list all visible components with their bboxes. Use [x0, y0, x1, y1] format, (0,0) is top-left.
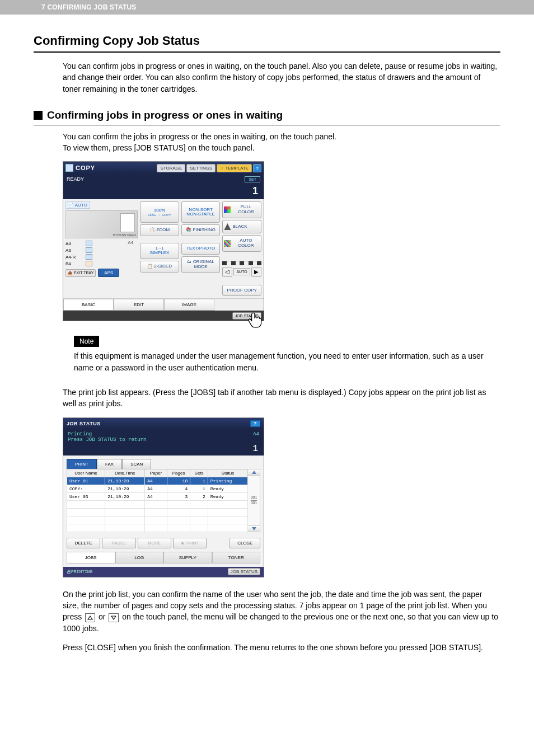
page-icon	[65, 164, 73, 172]
tab-toner[interactable]: TONER	[212, 552, 261, 564]
tray-a3[interactable]: A3	[65, 247, 127, 253]
table-row	[67, 524, 248, 532]
job-panel-footer: 🖨 PRINTING JOB STATUS	[63, 567, 264, 577]
set-label: SET	[245, 176, 260, 182]
density-down-button[interactable]: ◁	[222, 267, 232, 277]
black-button[interactable]: BLACK	[222, 220, 261, 233]
job-table: User Name Date,Time Paper Pages Sets Sta…	[67, 469, 248, 532]
down-key-icon	[109, 613, 119, 622]
tray-a4[interactable]: A4	[65, 240, 127, 247]
auto-color-icon	[224, 240, 230, 247]
ready-label: READY	[67, 176, 84, 182]
tab-supply[interactable]: SUPPLY	[163, 552, 212, 564]
density-slider	[222, 261, 261, 265]
two-sided-button[interactable]: 📋 2-SIDED	[140, 261, 179, 273]
copy-panel-figure: COPY STORAGE SETTINGS ☆ TEMPLATE ? READY…	[63, 161, 500, 321]
sort-indicator[interactable]: NON-SORT NON-STAPLE	[181, 201, 221, 223]
zoom-button[interactable]: 📋 ZOOM	[140, 224, 179, 236]
density-auto-button[interactable]: AUTO	[233, 268, 250, 275]
tray-b4[interactable]: B4	[65, 260, 127, 267]
job-status-panel: JOB STATUS ? Printing Press JOB STATUS t…	[63, 417, 264, 577]
job-bottom-tabs: JOBS LOG SUPPLY TONER	[67, 552, 260, 564]
tab-scan[interactable]: SCAN	[122, 459, 151, 469]
copy-panel: COPY STORAGE SETTINGS ☆ TEMPLATE ? READY…	[63, 161, 264, 321]
job-status-title: JOB STATUS	[67, 421, 101, 426]
scroll-down-button[interactable]	[248, 525, 260, 532]
col-user: User Name	[67, 469, 105, 477]
table-row[interactable]: User 0321,10:29A432Ready	[67, 492, 248, 500]
copy-count: 1	[63, 184, 264, 199]
original-mode-button[interactable]: 🗂 ORIGINAL MODE	[181, 256, 221, 273]
subheading-rule	[34, 125, 500, 125]
density-up-button[interactable]: ▶	[251, 267, 261, 277]
full-color-icon	[224, 206, 231, 213]
table-row[interactable]: User 0121,10:28A4101Printing	[67, 477, 248, 485]
paragraph: You can confirm the jobs in progress or …	[63, 131, 500, 154]
job-status-count: 1	[63, 444, 264, 456]
simplex-indicator[interactable]: 1→1 SIMPLEX	[140, 243, 179, 259]
tab-basic[interactable]: BASIC	[63, 299, 114, 311]
hand-cursor-icon	[246, 309, 265, 330]
close-button[interactable]: CLOSE	[229, 538, 260, 548]
exit-tray-button[interactable]: 📤 EXIT TRAY	[65, 269, 96, 277]
job-status-figure: JOB STATUS ? Printing Press JOB STATUS t…	[63, 417, 500, 577]
job-status-titlebar: JOB STATUS ?	[63, 418, 264, 429]
table-row	[67, 500, 248, 508]
move-button[interactable]: MOVE	[138, 538, 171, 548]
help-button[interactable]: ?	[250, 420, 260, 427]
auto-color-button[interactable]: AUTO COLOR	[222, 235, 261, 252]
delete-button[interactable]: DELETE	[67, 538, 100, 548]
square-bullet-icon	[34, 111, 43, 120]
black-icon	[224, 223, 231, 230]
job-type-tabs: PRINT FAX SCAN	[67, 459, 260, 469]
col-paper: Paper	[145, 469, 167, 477]
printer-icon: 🖨	[67, 569, 71, 574]
col-datetime: Date,Time	[105, 469, 145, 477]
help-button[interactable]: ?	[253, 164, 261, 172]
note-label: Note	[74, 336, 99, 347]
tab-print[interactable]: PRINT	[67, 459, 97, 469]
aps-button[interactable]: APS	[98, 269, 119, 277]
paragraph-4: Press [CLOSE] when you finish the confir…	[63, 642, 500, 653]
pause-button[interactable]: PAUSE	[102, 538, 135, 548]
zoom-indicator[interactable]: 100% ORG. → COPY	[140, 201, 179, 223]
scroll-up-button[interactable]	[248, 469, 260, 476]
print-button[interactable]: ◈ PRINT	[173, 538, 207, 548]
copy-tabs: BASIC EDIT IMAGE	[63, 298, 264, 311]
table-row	[67, 508, 248, 516]
proof-copy-button[interactable]: PROOF COPY	[222, 285, 261, 297]
table-row	[67, 516, 248, 524]
tab-image[interactable]: IMAGE	[164, 299, 214, 311]
paragraph-2: The print job list appears. (Press the […	[63, 387, 500, 410]
template-button[interactable]: ☆ TEMPLATE	[217, 164, 252, 172]
table-row[interactable]: COPY:21,10:29A441Ready	[67, 485, 248, 492]
textphoto-indicator[interactable]: TEXT/PHOTO	[181, 243, 221, 255]
col-pages: Pages	[167, 469, 190, 477]
full-color-button[interactable]: FULL COLOR	[222, 201, 261, 218]
storage-button[interactable]: STORAGE	[157, 164, 185, 172]
copy-panel-titlebar: COPY STORAGE SETTINGS ☆ TEMPLATE ?	[63, 162, 264, 174]
tab-jobs[interactable]: JOBS	[67, 552, 115, 564]
page-indicator: 001 001	[248, 476, 260, 525]
tab-log[interactable]: LOG	[115, 552, 164, 564]
tray-a4r[interactable]: A4-R	[65, 253, 127, 260]
title-rule	[34, 51, 500, 53]
footer-status: PRINTING	[71, 569, 92, 574]
footer-job-status-button[interactable]: JOB STATUS	[228, 568, 260, 575]
panel-footer: JOB STATUS	[63, 311, 264, 321]
paragraph-3: On the print job list, you can confirm t…	[63, 589, 500, 634]
copy-title: COPY	[76, 165, 95, 171]
col-status: Status	[208, 469, 247, 477]
intro-text: You can confirm jobs in progress or ones…	[63, 60, 500, 95]
page-title: Confirming Copy Job Status	[34, 34, 500, 48]
bypass-label: BYPASS FEED	[113, 233, 136, 237]
finishing-button[interactable]: 📚 FINISHING	[181, 224, 221, 236]
subheading-row: Confirming jobs in progress or ones in w…	[34, 109, 500, 121]
settings-button[interactable]: SETTINGS	[186, 164, 216, 172]
page-body: Confirming Copy Job Status You can confi…	[0, 15, 534, 756]
tab-edit[interactable]: EDIT	[114, 299, 164, 311]
tab-fax[interactable]: FAX	[97, 459, 122, 469]
job-status-subbar: Printing Press JOB STATUS to return A4	[63, 429, 264, 444]
subheading: Confirming jobs in progress or ones in w…	[47, 109, 283, 121]
up-key-icon	[85, 613, 95, 622]
